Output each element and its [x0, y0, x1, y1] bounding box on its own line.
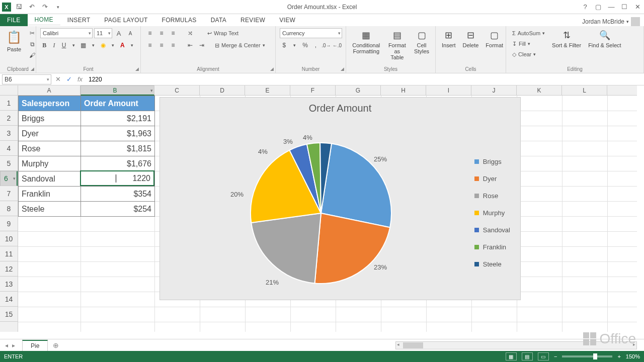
- row-header-15[interactable]: 15: [0, 307, 18, 322]
- row-header-5[interactable]: 5: [0, 156, 18, 171]
- underline-menu-icon[interactable]: ▾: [69, 40, 77, 50]
- minimize-icon[interactable]: —: [607, 3, 616, 11]
- legend-item[interactable]: Steele: [474, 255, 510, 273]
- conditional-formatting-button[interactable]: ▦Conditional Formatting: [350, 28, 382, 55]
- sheet-tab[interactable]: Pie: [22, 340, 48, 351]
- autosum-button[interactable]: ΣAutoSum▾: [510, 28, 547, 38]
- copy-icon[interactable]: ⧉: [27, 39, 37, 49]
- cell[interactable]: Franklin: [19, 187, 81, 202]
- wrap-text-button[interactable]: ↩Wrap Text: [205, 28, 240, 38]
- col-header-E[interactable]: E: [245, 85, 290, 95]
- accounting-menu-icon[interactable]: ▾: [290, 40, 299, 50]
- align-center-icon[interactable]: ≡: [156, 40, 167, 50]
- table-header[interactable]: Salesperson: [19, 96, 81, 111]
- delete-button[interactable]: ⊟Delete: [461, 28, 481, 49]
- row-header-12[interactable]: 12: [0, 261, 18, 277]
- increase-decimal-icon[interactable]: .0→: [321, 40, 331, 50]
- align-right-icon[interactable]: ≡: [168, 40, 178, 50]
- close-icon[interactable]: ✕: [633, 3, 642, 11]
- comma-icon[interactable]: ,: [311, 40, 320, 50]
- col-header-C[interactable]: C: [154, 85, 200, 95]
- column-headers[interactable]: ABCDEFGHIJKL: [18, 85, 637, 96]
- number-format-select[interactable]: Currency: [280, 28, 342, 38]
- name-box[interactable]: B6: [2, 74, 51, 84]
- row-headers[interactable]: 123456789101112131415: [0, 96, 18, 332]
- pie-chart[interactable]: Order Amount25%23%21%20%4%3%4%BriggsDyer…: [159, 97, 521, 300]
- horizontal-scrollbar[interactable]: ◂ ▸: [395, 341, 637, 349]
- fill-color-icon[interactable]: ◉: [99, 40, 107, 50]
- fill-button[interactable]: ↧Fill▾: [510, 39, 547, 49]
- dialog-launcher-icon[interactable]: ◢: [135, 66, 139, 71]
- zoom-out-icon[interactable]: −: [554, 353, 557, 359]
- formula-input[interactable]: [86, 74, 644, 84]
- border-menu-icon[interactable]: ▾: [89, 40, 97, 50]
- orientation-icon[interactable]: ⤭: [185, 28, 195, 38]
- font-size-select[interactable]: 11: [94, 28, 112, 38]
- col-header-F[interactable]: F: [290, 85, 336, 95]
- tab-formulas[interactable]: FORMULAS: [155, 14, 204, 26]
- tab-review[interactable]: REVIEW: [233, 14, 272, 26]
- pie-slice[interactable]: [251, 213, 321, 283]
- ribbon-display-icon[interactable]: ▢: [594, 3, 603, 11]
- find-select-button[interactable]: 🔍Find & Select: [586, 28, 623, 49]
- bold-button[interactable]: B: [40, 40, 48, 50]
- redo-icon[interactable]: ↷: [39, 2, 50, 13]
- cell[interactable]: Dyer: [19, 126, 81, 141]
- legend-item[interactable]: Murphy: [474, 204, 510, 221]
- tab-page-layout[interactable]: PAGE LAYOUT: [97, 14, 154, 26]
- cell[interactable]: $1,963: [81, 126, 155, 141]
- col-header-D[interactable]: D: [200, 85, 245, 95]
- format-painter-icon[interactable]: 🖌: [27, 50, 37, 60]
- undo-icon[interactable]: ↶: [26, 2, 37, 13]
- fx-icon[interactable]: fx: [74, 75, 86, 83]
- font-name-select[interactable]: Calibri: [40, 28, 93, 38]
- file-tab[interactable]: FILE: [0, 14, 28, 26]
- align-bottom-icon[interactable]: ≡: [168, 28, 178, 38]
- save-icon[interactable]: 🖫: [13, 2, 24, 13]
- worksheet-grid[interactable]: ABCDEFGHIJKL 123456789101112131415 Sales…: [0, 85, 644, 339]
- tab-view[interactable]: VIEW: [272, 14, 302, 26]
- sheet-nav[interactable]: ◂▸: [0, 342, 20, 349]
- row-header-7[interactable]: 7: [0, 186, 18, 201]
- col-header-K[interactable]: K: [517, 85, 562, 95]
- increase-font-icon[interactable]: A: [114, 28, 124, 38]
- legend-item[interactable]: Rose: [474, 187, 510, 204]
- legend-item[interactable]: Dyer: [474, 170, 510, 187]
- cell[interactable]: 1220: [81, 171, 155, 187]
- legend-item[interactable]: Franklin: [474, 238, 510, 255]
- help-icon[interactable]: ?: [581, 3, 590, 11]
- qat-customize-icon[interactable]: ▾: [52, 2, 63, 13]
- legend-item[interactable]: Sandoval: [474, 221, 510, 238]
- zoom-thumb[interactable]: [593, 353, 597, 359]
- font-color-icon[interactable]: A: [118, 40, 126, 50]
- chart-legend[interactable]: BriggsDyerRoseMurphySandovalFranklinStee…: [474, 153, 510, 273]
- row-header-9[interactable]: 9: [0, 216, 18, 231]
- dialog-launcher-icon[interactable]: ◢: [31, 66, 34, 71]
- cancel-icon[interactable]: ✕: [52, 75, 63, 83]
- row-header-1[interactable]: 1: [0, 96, 18, 111]
- col-header-B[interactable]: B: [80, 85, 154, 96]
- cell[interactable]: Rose: [19, 141, 81, 156]
- dialog-launcher-icon[interactable]: ◢: [270, 66, 274, 71]
- cells-area[interactable]: SalespersonOrder AmountBriggs$2,191Dyer$…: [18, 96, 637, 332]
- decrease-decimal-icon[interactable]: ←.0: [333, 40, 342, 50]
- zoom-level[interactable]: 150%: [626, 353, 640, 359]
- increase-indent-icon[interactable]: ⇥: [197, 40, 207, 50]
- row-header-4[interactable]: 4: [0, 141, 18, 156]
- row-header-10[interactable]: 10: [0, 231, 18, 246]
- row-header-3[interactable]: 3: [0, 126, 18, 141]
- align-left-icon[interactable]: ≡: [145, 40, 155, 50]
- col-header-G[interactable]: G: [336, 85, 381, 95]
- paste-button[interactable]: 📋 Paste: [4, 28, 24, 53]
- col-header-L[interactable]: L: [562, 85, 607, 95]
- cell[interactable]: Sandoval: [19, 171, 81, 187]
- col-header-H[interactable]: H: [381, 85, 426, 95]
- enter-icon[interactable]: ✓: [63, 75, 74, 83]
- decrease-indent-icon[interactable]: ⇤: [185, 40, 195, 50]
- cell[interactable]: Murphy: [19, 156, 81, 171]
- tab-data[interactable]: DATA: [204, 14, 233, 26]
- new-sheet-button[interactable]: ⊕: [53, 341, 59, 349]
- cell[interactable]: $354: [81, 187, 155, 202]
- cell[interactable]: $1,815: [81, 141, 155, 156]
- account-menu[interactable]: Jordan McBride ▾: [582, 17, 644, 26]
